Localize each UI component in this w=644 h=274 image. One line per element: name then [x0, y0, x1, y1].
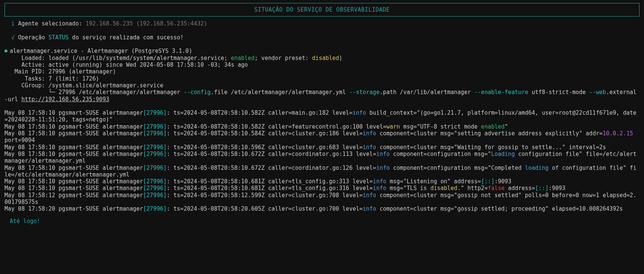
svc-line: alertmanager.service - Alertmanager (Pos… [10, 48, 192, 54]
farewell-text: Até logo! [4, 213, 640, 225]
service-header: alertmanager.service - Alertmanager (Pos… [4, 48, 192, 54]
title-text: SITUAÇÃO DO SERVIÇO DE OBSERVABILIDADE [254, 6, 390, 13]
status-dot-icon [4, 48, 10, 54]
agent-label: Agente selecionado: [18, 20, 82, 27]
check-icon: √ [11, 34, 15, 41]
svc-cgroup: CGroup: /system.slice/alertmanager.servi… [4, 82, 163, 89]
svc-loaded: Loaded: loaded (/usr/lib/systemd/system/… [4, 55, 342, 61]
op-text-2: do serviço realizada com sucesso! [69, 34, 184, 41]
status-line: √ Operação STATUS do serviço realizada c… [4, 34, 184, 41]
svc-pid: Main PID: 27996 (alertmanager) [4, 68, 116, 75]
agent-value: 192.168.56.235 (192.168.56.235:4432) [86, 20, 207, 27]
title-bar: SITUAÇÃO DO SERVIÇO DE OBSERVABILIDADE [4, 3, 640, 16]
svc-tree: └─ 27996 /etc/alertmanager/alertmanager … [4, 89, 637, 102]
op-text-1: Operação [18, 34, 48, 41]
info-line: i Agente selecionado: 192.168.56.235 (19… [4, 20, 207, 27]
terminal-body: i Agente selecionado: 192.168.56.235 (19… [0, 20, 644, 236]
svc-active: Active: active (running) since Wed 2024-… [4, 61, 248, 68]
info-icon: i [11, 20, 15, 27]
svc-tasks: Tasks: 7 (limit: 1726) [4, 75, 99, 82]
log-output: May 08 17:58:10 pgsmart-SUSE alertmanage… [4, 109, 637, 212]
op-status: STATUS [48, 34, 68, 41]
svc-url-link[interactable]: http://192.168.56.235:9093 [21, 96, 109, 103]
